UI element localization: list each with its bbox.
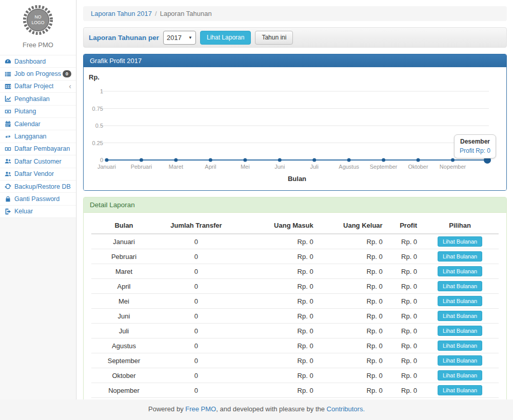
table-cell: Agustus [91, 338, 156, 353]
sidebar: NO LOGO Free PMO DashboardJob on Progres… [0, 0, 76, 399]
sidebar-item-daftar-vendor[interactable]: Daftar Vendor [0, 168, 76, 181]
lihat-laporan-button[interactable]: Lihat Laporan [200, 31, 251, 45]
table-cell: Rp. 0 [318, 249, 387, 264]
table-cell: Rp. 0 [236, 294, 318, 309]
sidebar-item-job-on-progress[interactable]: Job on Progress0 [0, 68, 76, 80]
lihat-bulanan-button[interactable]: Lihat Bulanan [438, 385, 482, 395]
sidebar-item-keluar[interactable]: Keluar [0, 206, 76, 218]
sidebar-item-ganti-password[interactable]: Ganti Password [0, 193, 76, 205]
chart-point[interactable] [312, 158, 316, 162]
table-cell: Rp. 0 [236, 234, 318, 249]
table-cell: Rp. 0 [236, 383, 318, 398]
table-cell: Rp. 0 [236, 368, 318, 383]
table-cell: Rp. 0 [318, 264, 387, 279]
lihat-bulanan-button[interactable]: Lihat Bulanan [438, 236, 482, 247]
sidebar-item-label: Daftar Pembayaran [14, 145, 70, 152]
table-cell: Rp. 0 [387, 279, 421, 294]
sidebar-item-label: Job on Progress [14, 70, 61, 77]
chart-point[interactable] [174, 158, 177, 162]
list-icon [5, 71, 11, 77]
table-cell: Rp. 0 [318, 309, 387, 324]
table-row: Oktober0Rp. 0Rp. 0Rp. 0Lihat Bulanan [91, 368, 499, 383]
sidebar-item-label: Backup/Restore DB [14, 183, 71, 190]
table-cell: Rp. 0 [236, 279, 318, 294]
table-cell: Rp. 0 [387, 309, 421, 324]
sidebar-item-label: Penghasilan [14, 95, 50, 103]
sidebar-item-penghasilan[interactable]: Penghasilan [0, 93, 76, 105]
column-header-pilihan: Pilihan [421, 217, 499, 234]
tahun-ini-button[interactable]: Tahun ini [255, 31, 293, 45]
table-cell: Rp. 0 [236, 264, 318, 279]
table-row: April0Rp. 0Rp. 0Rp. 0Lihat Bulanan [91, 279, 499, 294]
sidebar-item-label: Keluar [14, 208, 33, 215]
breadcrumb-link[interactable]: Laporan Tahun 2017 [91, 10, 152, 17]
detail-panel-title: Detail Laporan [84, 197, 506, 213]
sidebar-item-label: Langganan [14, 133, 47, 140]
sidebar-item-daftar-project[interactable]: Daftar Project‹ [0, 81, 76, 93]
chart-point[interactable] [243, 158, 247, 162]
users-icon [5, 158, 11, 165]
table-cell: 0 [156, 264, 236, 279]
column-header-uang-keluar: Uang Keluar [318, 217, 387, 234]
table-row: September0Rp. 0Rp. 0Rp. 0Lihat Bulanan [91, 353, 499, 368]
chart-point[interactable] [105, 158, 109, 162]
chart-line-icon [5, 95, 11, 102]
chart-point[interactable] [451, 158, 455, 162]
y-tick-label: 0 [100, 157, 103, 163]
lihat-bulanan-button[interactable]: Lihat Bulanan [438, 311, 482, 321]
calendar-icon [5, 121, 11, 127]
year-select[interactable]: 2017 ▼ [163, 31, 196, 45]
table-cell: 0 [156, 338, 236, 353]
sidebar-item-piutang[interactable]: Piutang [0, 106, 76, 118]
table-cell: Rp. 0 [318, 338, 387, 353]
y-tick-label: 0.25 [92, 140, 103, 146]
table-cell: 0 [156, 234, 236, 249]
lihat-bulanan-button[interactable]: Lihat Bulanan [438, 355, 482, 366]
sidebar-item-langganan[interactable]: Langganan [0, 130, 76, 143]
table-cell: 0 [156, 309, 236, 324]
lihat-bulanan-button[interactable]: Lihat Bulanan [438, 251, 482, 262]
lihat-bulanan-button[interactable]: Lihat Bulanan [438, 326, 482, 336]
table-cell: Rp. 0 [236, 249, 318, 264]
lihat-bulanan-button[interactable]: Lihat Bulanan [438, 281, 482, 291]
table-cell: Rp. 0 [387, 264, 421, 279]
y-tick-label: 1 [100, 88, 103, 94]
sidebar-item-label: Ganti Password [14, 195, 60, 203]
chart-point[interactable] [382, 158, 385, 162]
main-content: Laporan Tahun 2017/Laporan Tahunan Lapor… [77, 0, 513, 420]
lihat-bulanan-button[interactable]: Lihat Bulanan [438, 370, 482, 381]
x-tick-label: September [370, 164, 398, 170]
free-pmo-link[interactable]: Free PMO [185, 405, 216, 413]
lihat-bulanan-button[interactable]: Lihat Bulanan [438, 266, 482, 276]
chart-point[interactable] [209, 158, 212, 162]
sidebar-item-label: Dashboard [14, 58, 46, 65]
y-tick-label: 0.75 [92, 106, 103, 112]
chart-canvas[interactable]: Rp.00.250.50.751JanuariPebruariMaretApri… [84, 67, 506, 190]
sidebar-item-label: Piutang [14, 108, 36, 115]
chart-point[interactable] [347, 158, 351, 162]
chart-point[interactable] [140, 158, 143, 162]
column-header-jumlah-transfer: Jumlah Transfer [156, 217, 236, 234]
chart-point[interactable] [417, 158, 420, 162]
table-cell: Januari [91, 234, 156, 249]
contributors-link[interactable]: Contributors. [327, 405, 365, 413]
table-row: Juli0Rp. 0Rp. 0Rp. 0Lihat Bulanan [91, 324, 499, 338]
breadcrumb-separator: / [152, 10, 160, 17]
chart-point[interactable] [278, 158, 282, 162]
sidebar-item-daftar-pembayaran[interactable]: Daftar Pembayaran [0, 143, 76, 155]
sidebar-header: NO LOGO Free PMO [0, 0, 76, 55]
sidebar-item-calendar[interactable]: Calendar [0, 118, 76, 130]
table-cell: Rp. 0 [387, 249, 421, 264]
sidebar-item-dashboard[interactable]: Dashboard [0, 55, 76, 68]
sidebar-item-backup-restore-db[interactable]: Backup/Restore DB [0, 181, 76, 193]
table-cell: Rp. 0 [236, 309, 318, 324]
detail-panel-body: Bulan Jumlah Transfer Uang Masuk Uang Ke… [84, 213, 506, 420]
filter-label: Laporan Tahunan per [89, 34, 159, 42]
sign-out-icon [5, 208, 11, 215]
table-cell: Rp. 0 [236, 338, 318, 353]
table-cell: Pebruari [91, 249, 156, 264]
users-icon [5, 171, 11, 177]
lihat-bulanan-button[interactable]: Lihat Bulanan [438, 341, 482, 351]
sidebar-item-daftar-customer[interactable]: Daftar Customer [0, 155, 76, 168]
lihat-bulanan-button[interactable]: Lihat Bulanan [438, 296, 482, 306]
